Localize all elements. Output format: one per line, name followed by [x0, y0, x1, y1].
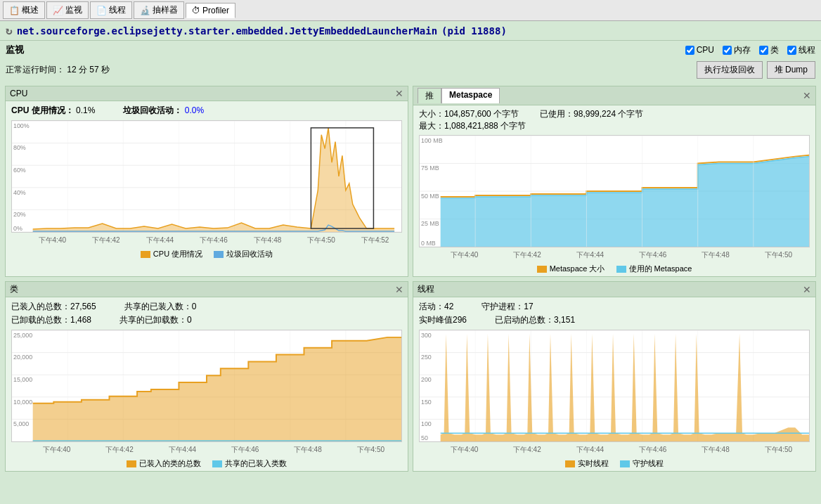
app-title: ↻ net.sourceforge.eclipsejetty.starter.e…: [6, 24, 815, 37]
cpu-chart-area: 100% 80% 60% 40% 20% 0%: [11, 120, 402, 233]
uptime-bar: 正常运行时间： 12 分 57 秒 执行垃圾回收 堆 Dump: [0, 59, 821, 81]
heap-tabs: 推 Metaspace: [418, 88, 500, 103]
thread-close-btn[interactable]: ✕: [803, 284, 811, 295]
svg-text:15,000: 15,000: [13, 376, 32, 383]
svg-text:5,000: 5,000: [13, 421, 29, 428]
heap-chart-area: 100 MB 75 MB 50 MB 25 MB 0 MB: [419, 135, 810, 247]
monitor-label: 监视: [6, 44, 24, 56]
svg-marker-30: [441, 157, 809, 247]
checkboxes-group: CPU 内存 类 线程: [685, 44, 815, 56]
class-stats: 已装入的总数：27,565 共享的已装入数：0 已卸载的总数：1,468 共享的…: [6, 297, 408, 330]
class-panel-title: 类: [10, 283, 18, 295]
tab-threads[interactable]: 📄 线程: [90, 1, 132, 19]
tab-overview-label: 概述: [22, 4, 39, 16]
heap-legend-size: Metaspace 大小: [537, 264, 605, 274]
cpu-legend-gc: 垃圾回收活动: [214, 249, 273, 259]
tab-monitor-label: 监视: [65, 4, 82, 16]
svg-text:20,000: 20,000: [13, 354, 32, 361]
profiler-icon: ⏱: [192, 6, 200, 15]
class-chart-area: 25,000 20,000 15,000 10,000 5,000: [11, 330, 402, 442]
thread-stats: 活动：42 守护进程：17 实时峰值296 已启动的总数：3,151: [413, 297, 815, 330]
class-x-labels: 下午4:40 下午4:42 下午4:44 下午4:46 下午4:48 下午4:5…: [6, 445, 408, 456]
svg-text:100: 100: [421, 421, 432, 428]
svg-text:60%: 60%: [13, 167, 26, 174]
class-legend-total: 已装入的类的总数: [127, 458, 201, 469]
max-value: 1,088,421,888 个字节: [444, 121, 526, 131]
heap-panel-header: 推 Metaspace ✕: [413, 86, 815, 105]
tab-threads-label: 线程: [109, 4, 126, 16]
svg-marker-54: [33, 337, 401, 441]
checkbox-thread[interactable]: 线程: [787, 44, 815, 56]
action-buttons: 执行垃圾回收 堆 Dump: [697, 61, 815, 79]
heap-legend-used: 使用的 Metaspace: [616, 264, 692, 274]
top-tabs-bar: 📋 概述 📈 监视 📄 线程 🔬 抽样器 ⏱ Profiler: [0, 0, 821, 21]
heap-dump-button[interactable]: 堆 Dump: [767, 61, 815, 79]
svg-text:40%: 40%: [13, 189, 26, 196]
app-name: net.sourceforge.eclipsejetty.starter.emb…: [17, 25, 437, 37]
class-legend-shared: 共享的已装入类数: [212, 458, 287, 469]
tab-heap[interactable]: 推: [418, 88, 441, 103]
thread-panel: 线程 ✕ 活动：42 守护进程：17 实时峰值296 已启动的总数：3,151 …: [413, 281, 816, 472]
checkbox-memory[interactable]: 内存: [723, 44, 751, 56]
tab-metaspace[interactable]: Metaspace: [441, 88, 500, 103]
svg-marker-73: [441, 334, 809, 441]
svg-text:20%: 20%: [13, 211, 26, 218]
uptime-label: 正常运行时间：: [6, 65, 65, 75]
thread-legend: 实时线程 守护线程: [413, 456, 815, 471]
charts-container: CPU ✕ CPU 使用情况： 0.1% 垃圾回收活动： 0.0% 100% 8…: [0, 81, 821, 477]
heap-x-labels: 下午4:40 下午4:42 下午4:44 下午4:46 下午4:48 下午4:5…: [413, 250, 815, 261]
tab-sampler-label: 抽样器: [153, 4, 178, 16]
heap-legend: Metaspace 大小 使用的 Metaspace: [413, 261, 815, 276]
cpu-stats: CPU 使用情况： 0.1% 垃圾回收活动： 0.0%: [6, 101, 408, 120]
sampler-icon: 🔬: [140, 6, 150, 15]
thread-x-labels: 下午4:40 下午4:42 下午4:44 下午4:46 下午4:48 下午4:5…: [413, 445, 815, 456]
main-header: ↻ net.sourceforge.eclipsejetty.starter.e…: [0, 21, 821, 41]
tab-sampler[interactable]: 🔬 抽样器: [134, 1, 184, 19]
svg-text:25,000: 25,000: [13, 332, 32, 339]
svg-text:0%: 0%: [13, 225, 22, 232]
cpu-legend: CPU 使用情况 垃圾回收活动: [6, 247, 408, 261]
checkbox-cpu[interactable]: CPU: [685, 45, 714, 55]
tab-profiler-label: Profiler: [202, 6, 229, 15]
cpu-close-btn[interactable]: ✕: [395, 88, 403, 99]
checkbox-class[interactable]: 类: [759, 44, 779, 56]
svg-text:80%: 80%: [13, 145, 26, 152]
overview-icon: 📋: [9, 6, 20, 15]
cpu-x-labels: 下午4:40 下午4:42 下午4:44 下午4:46 下午4:48 下午4:5…: [6, 235, 408, 247]
class-panel: 类 ✕ 已装入的总数：27,565 共享的已装入数：0 已卸载的总数：1,468…: [5, 281, 408, 472]
size-label: 大小：: [419, 109, 444, 119]
size-value: 104,857,600 个字节: [444, 109, 519, 119]
svg-text:25 MB: 25 MB: [421, 220, 439, 227]
thread-panel-header: 线程 ✕: [413, 282, 815, 297]
tab-monitor[interactable]: 📈 监视: [46, 1, 89, 19]
used-value: 98,999,224 个字节: [574, 109, 643, 119]
svg-marker-18: [33, 128, 394, 232]
svg-text:150: 150: [421, 399, 432, 406]
pid: (pid 11888): [441, 25, 507, 37]
heap-stats: 大小：104,857,600 个字节 已使用：98,999,224 个字节 最大…: [413, 105, 815, 135]
class-panel-header: 类 ✕: [6, 282, 408, 297]
refresh-icon: ↻: [6, 24, 13, 37]
svg-text:100%: 100%: [13, 122, 30, 129]
svg-text:50 MB: 50 MB: [421, 193, 439, 200]
monitor-bar: 监视 CPU 内存 类 线程: [0, 41, 821, 59]
tab-profiler[interactable]: ⏱ Profiler: [186, 3, 235, 18]
svg-text:250: 250: [421, 354, 432, 361]
svg-text:200: 200: [421, 376, 432, 383]
used-label: 已使用：: [540, 109, 574, 119]
cpu-panel: CPU ✕ CPU 使用情况： 0.1% 垃圾回收活动： 0.0% 100% 8…: [5, 86, 408, 277]
gc-button[interactable]: 执行垃圾回收: [697, 61, 763, 79]
class-legend: 已装入的类的总数 共享的已装入类数: [6, 456, 408, 471]
svg-text:0 MB: 0 MB: [421, 240, 436, 247]
thread-chart-area: 300 250 200 150 100 50: [419, 330, 810, 442]
gc-color-box: [214, 251, 224, 258]
svg-text:300: 300: [421, 332, 432, 339]
class-close-btn[interactable]: ✕: [395, 284, 403, 295]
tab-overview[interactable]: 📋 概述: [3, 1, 45, 19]
cpu-panel-header: CPU ✕: [6, 86, 408, 101]
threads-icon: 📄: [96, 6, 107, 15]
cpu-usage-label: CPU 使用情况： 0.1%: [11, 104, 95, 117]
heap-close-btn[interactable]: ✕: [803, 90, 811, 101]
thread-panel-title: 线程: [418, 283, 434, 295]
heap-panel: 推 Metaspace ✕ 大小：104,857,600 个字节 已使用：98,…: [413, 86, 816, 277]
